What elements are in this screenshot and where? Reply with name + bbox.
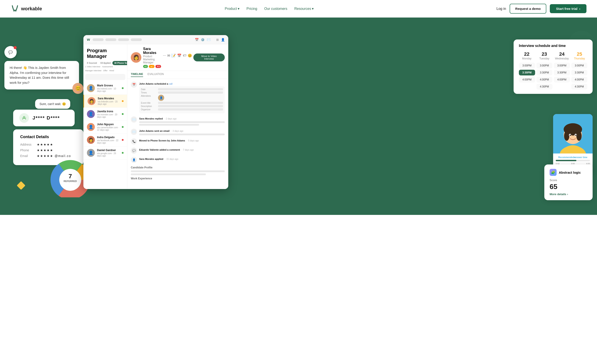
time-bar: ▼ bbox=[556, 160, 590, 161]
privacy-icon bbox=[19, 113, 29, 123]
deco-diamond bbox=[17, 181, 25, 190]
app-content: Program Manager 8 Sourced 69 Applied 30 … bbox=[83, 44, 228, 189]
candidate-detail-title: Product Marketing Manager bbox=[143, 55, 161, 64]
time-wed-3pm[interactable]: 3:00PM bbox=[554, 63, 570, 68]
pill-4 bbox=[131, 38, 142, 41]
timeline-icon-comment: 💬 bbox=[131, 148, 137, 154]
candidate-detail-panel: 👩 Sara Morales Product Marketing Manager… bbox=[127, 44, 228, 189]
abstract-logic-card: 🧩 Abstract logic Score 65 More details › bbox=[544, 165, 593, 200]
timeline-icon-user: 👤 bbox=[131, 157, 137, 163]
svg-point-16 bbox=[575, 135, 577, 136]
candidate-daniel-gardner[interactable]: 👤 Daniel Gardner via google.com · 26 day… bbox=[83, 146, 127, 159]
pipeline-tabs: 8 Sourced 69 Applied 30 Phone Screen bbox=[83, 61, 127, 65]
time-tue-3pm[interactable]: 3:00PM bbox=[536, 63, 553, 68]
tag-icon[interactable]: 🏷 bbox=[183, 53, 186, 61]
contact-phone-row: Phone ★★★★★ bbox=[20, 148, 76, 152]
app-titlebar: w 📅 ⚙️ ✉️ ⊞ 👤 bbox=[83, 35, 228, 44]
time-wed-4pm[interactable]: 4:00PM bbox=[554, 77, 570, 83]
time-tue-430pm[interactable]: 4:30PM bbox=[536, 84, 553, 90]
start-trial-button[interactable]: Start free trial › bbox=[550, 4, 587, 13]
time-bar-fill bbox=[556, 160, 576, 161]
timeline-item-comment: 💬 Eduardo Valiente added a comment · 7 d… bbox=[131, 148, 225, 154]
contact-email-row: Email ★★★★★ @mail.co bbox=[20, 154, 76, 158]
time-mon-330pm[interactable]: 3:30PM bbox=[519, 70, 535, 76]
pill-3 bbox=[118, 38, 129, 41]
logic-title: Abstract logic bbox=[559, 171, 581, 174]
time-grid: 3:00PM 3:00PM 3:00PM 3:00PM 3:30PM 3:30P… bbox=[519, 63, 587, 90]
schedule-card: Interview schedule and time 22 Monday 23… bbox=[514, 39, 593, 94]
avatar-mark: 👤 bbox=[87, 84, 95, 92]
calendar-icon[interactable]: 📅 bbox=[177, 53, 181, 61]
time-thu-3pm[interactable]: 3:00PM bbox=[571, 63, 588, 68]
nav-resources[interactable]: Resources ▾ bbox=[294, 7, 314, 11]
nav-pricing[interactable]: Pricing bbox=[246, 7, 257, 11]
time-mon-4pm[interactable]: 4:00PM bbox=[519, 77, 535, 83]
svg-point-11 bbox=[564, 131, 569, 141]
score-value: 65 bbox=[550, 183, 587, 191]
profile-image bbox=[553, 114, 593, 153]
day-monday: 22 Monday bbox=[519, 51, 535, 60]
day-thursday: 25 Thursday bbox=[572, 51, 587, 60]
time-tue-330pm[interactable]: 3:30PM bbox=[536, 70, 553, 76]
time-wed-430pm bbox=[554, 84, 570, 90]
time-thu-330pm[interactable]: 3:30PM bbox=[571, 70, 588, 76]
candidate-detail-name: Sara Morales bbox=[143, 47, 161, 55]
tab-phone-screen[interactable]: 30 Phone Screen bbox=[112, 61, 127, 65]
app-logo: w bbox=[87, 37, 90, 42]
privacy-name: J**** D**** bbox=[32, 115, 60, 121]
timeline-icon-phone: 📞 bbox=[131, 138, 137, 144]
pill-1 bbox=[93, 38, 104, 41]
detail-tabs: TIMELINE EVALUATION bbox=[127, 71, 228, 79]
avatar-daniel: 👤 bbox=[87, 149, 95, 157]
logo[interactable]: workable bbox=[10, 5, 42, 13]
move-to-video-button[interactable]: Move to Video Interview bbox=[193, 53, 225, 61]
section-candidate-profile: Candidate Profile bbox=[131, 166, 225, 169]
tab-sourced[interactable]: 8 Sourced bbox=[85, 61, 99, 65]
recommended-marker: ▼ bbox=[573, 156, 575, 159]
search-bar[interactable] bbox=[85, 74, 125, 80]
note-icon[interactable]: 📝 bbox=[171, 53, 176, 61]
time-mon-430pm bbox=[519, 84, 535, 90]
candidate-sara-morales[interactable]: 👩 Sara Morales via linkedin.com · 15 day… bbox=[83, 95, 127, 108]
avatar-sara: 👩 bbox=[87, 97, 95, 105]
candidate-info-indra: Indra Delgado via facebook.com · 22 days… bbox=[97, 136, 120, 144]
time-thu-430pm[interactable]: 4:30PM bbox=[571, 84, 588, 90]
pie-center: 7 REFERRED bbox=[64, 173, 77, 182]
timeline-item-reply: ✉️ Sara Morales replied · 2 days ago bbox=[131, 116, 225, 126]
call-details-body: Date Times Attendees 👤 bbox=[139, 86, 225, 113]
candidate-info-javetta: Javetta Irons via monster.com · 20 days … bbox=[97, 110, 120, 118]
time-mon-3pm[interactable]: 3:00PM bbox=[519, 63, 535, 68]
time-thu-4pm[interactable]: 4:00PM bbox=[571, 77, 588, 83]
candidate-info-sara: Sara Morales via linkedin.com · 15 days … bbox=[98, 97, 120, 105]
candidate-detail-avatar: 👩 bbox=[131, 52, 141, 63]
nav-customers[interactable]: Our customers bbox=[264, 7, 287, 11]
candidate-john-nguyen[interactable]: 👤 John Nguyen via careerbuilder.com · 22… bbox=[83, 121, 127, 134]
navbar: workable Product ▾ Pricing Our customers… bbox=[0, 0, 597, 17]
request-demo-button[interactable]: Request a demo bbox=[510, 4, 547, 14]
candidate-javetta-irons[interactable]: 👤 Javetta Irons via monster.com · 20 day… bbox=[83, 108, 127, 121]
privacy-card: J**** D**** bbox=[13, 110, 75, 126]
candidate-mark-groves[interactable]: 👤 Mark Groves via indeed.com · 10 days a… bbox=[83, 82, 127, 95]
nav-product[interactable]: Product ▾ bbox=[225, 7, 239, 11]
more-options-icon[interactable]: ··· bbox=[163, 53, 166, 61]
candidate-info-mark: Mark Groves via indeed.com · 10 days ago bbox=[97, 84, 120, 92]
time-wed-330pm[interactable]: 3:30PM bbox=[554, 70, 570, 76]
chat-message-bubble: Hi there! 👋 This is Jayden Smith from Al… bbox=[4, 61, 79, 90]
timeline-icon-cal: 📅 bbox=[131, 82, 137, 88]
status-dot bbox=[122, 126, 124, 128]
email-icon[interactable]: ✉ bbox=[167, 53, 170, 61]
tab-evaluation[interactable]: EVALUATION bbox=[148, 73, 164, 77]
time-tue-4pm[interactable]: 4:00PM bbox=[536, 77, 553, 83]
login-button[interactable]: Log in bbox=[496, 7, 506, 11]
emoji-icon[interactable]: 😊 bbox=[188, 53, 192, 61]
tab-applied[interactable]: 69 Applied bbox=[99, 61, 113, 65]
more-details-link[interactable]: More details › bbox=[550, 192, 587, 196]
recommended-label: Recommended answer time bbox=[556, 156, 590, 159]
status-dot-selected bbox=[122, 100, 124, 102]
candidate-indra-delgado[interactable]: 👩 Indra Delgado via facebook.com · 22 da… bbox=[83, 134, 127, 146]
candidate-detail-info: Sara Morales Product Marketing Manager ●… bbox=[143, 47, 161, 68]
timeline-icon-mail: ✉️ bbox=[131, 116, 137, 122]
avatar-indra: 👩 bbox=[87, 136, 95, 144]
reply-bubble: Sure, can't wait. 😊 bbox=[35, 99, 70, 109]
tab-timeline[interactable]: TIMELINE bbox=[131, 73, 143, 77]
